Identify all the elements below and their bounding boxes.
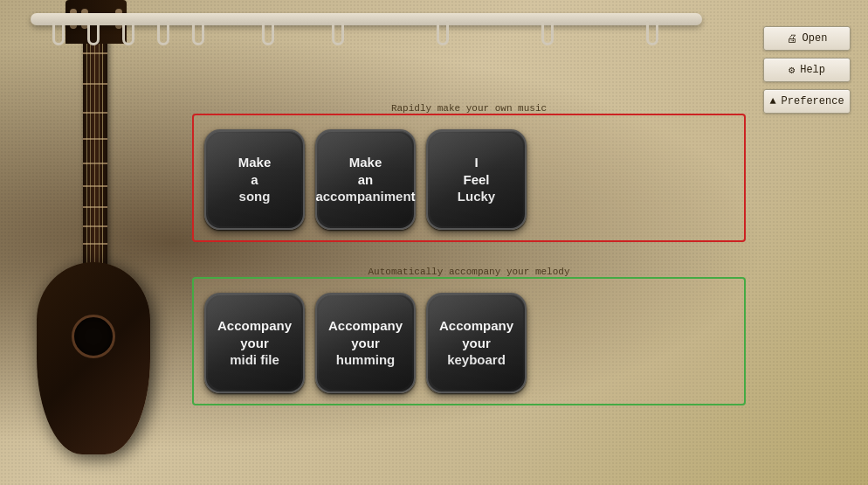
make-accompaniment-button[interactable]: Make an accompaniment [315,129,416,230]
sections-container: Rapidly make your own music Make a song … [192,114,746,423]
bottom-section-border: Accompany your midi file Accompany your … [192,277,746,405]
preference-icon: ▲ [769,95,775,107]
right-panel: 🖨 Open ⚙ Help ▲ Preference [763,26,851,114]
open-button[interactable]: 🖨 Open [763,26,851,51]
open-icon: 🖨 [787,32,797,45]
top-section: Rapidly make your own music Make a song … [192,114,746,242]
make-song-button[interactable]: Make a song [204,129,305,230]
top-section-label: Rapidly make your own music [391,103,547,114]
accompany-midi-button[interactable]: Accompany your midi file [204,293,305,393]
feel-lucky-button[interactable]: I Feel Lucky [426,129,527,230]
top-section-border: Make a song Make an accompaniment I Feel… [192,114,746,242]
bottom-section: Automatically accompany your melody Acco… [192,277,746,405]
accompany-humming-button[interactable]: Accompany your humming [315,293,416,393]
preference-button[interactable]: ▲ Preference [763,89,851,114]
help-button[interactable]: ⚙ Help [763,58,851,82]
bottom-section-label: Automatically accompany your melody [368,267,569,277]
accompany-keyboard-button[interactable]: Accompany your keyboard [426,293,527,393]
help-icon: ⚙ [789,64,795,77]
